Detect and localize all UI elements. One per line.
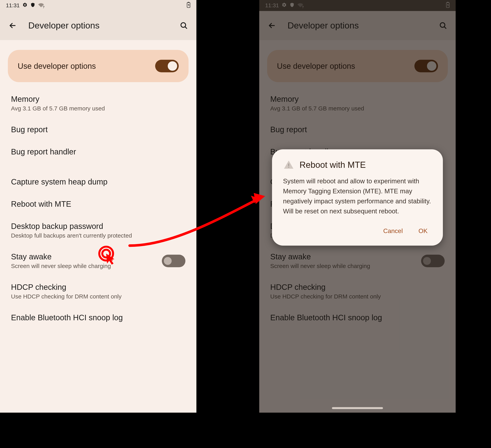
svg-marker-11	[251, 195, 260, 203]
stay-awake-switch[interactable]	[162, 255, 185, 267]
phone-screen-left: 11:31 ? Devel	[0, 0, 196, 413]
reboot-mte-dialog: Reboot with MTE System will reboot and a…	[272, 149, 443, 246]
memory-subtitle: Avg 3.1 GB of 5.7 GB memory used	[11, 105, 185, 112]
settings-gear-icon	[22, 2, 28, 9]
capture-heap-dump-item[interactable]: Capture system heap dump	[0, 171, 196, 193]
desktop-backup-password-item[interactable]: Desktop backup password Desktop full bac…	[0, 215, 196, 246]
bug-report-handler-item[interactable]: Bug report handler	[0, 141, 196, 163]
dialog-title: Reboot with MTE	[300, 160, 366, 170]
gesture-nav-handle[interactable]	[332, 407, 383, 409]
dialog-ok-button[interactable]: OK	[416, 224, 430, 238]
use-developer-options-label: Use developer options	[18, 62, 155, 71]
settings-list: Use developer options Memory Avg 3.1 GB …	[0, 40, 196, 329]
svg-rect-1	[188, 2, 189, 2]
reboot-with-mte-title: Reboot with MTE	[11, 200, 185, 209]
status-bar: 11:31 ?	[0, 0, 196, 11]
svg-rect-10	[288, 167, 289, 168]
hdcp-checking-item[interactable]: HDCP checking Use HDCP checking for DRM …	[0, 276, 196, 306]
bluetooth-hci-snoop-item[interactable]: Enable Bluetooth HCI snoop log	[0, 306, 196, 329]
desktop-backup-password-title: Desktop backup password	[11, 222, 185, 231]
stay-awake-subtitle: Screen will never sleep while charging	[11, 263, 162, 269]
bug-report-title: Bug report	[11, 125, 185, 134]
bug-report-handler-title: Bug report handler	[11, 147, 185, 156]
desktop-backup-password-subtitle: Desktop full backups aren't currently pr…	[11, 232, 185, 239]
svg-rect-9	[288, 164, 289, 166]
dialog-body: System will reboot and allow to experime…	[283, 176, 432, 216]
hdcp-checking-subtitle: Use HDCP checking for DRM content only	[11, 293, 185, 300]
memory-item[interactable]: Memory Avg 3.1 GB of 5.7 GB memory used	[0, 88, 196, 118]
phone-screen-right: 11:31 ? Devel	[259, 0, 456, 413]
back-button[interactable]	[5, 18, 20, 33]
warning-icon	[283, 159, 294, 171]
memory-title: Memory	[11, 95, 185, 104]
dialog-cancel-button[interactable]: Cancel	[381, 224, 405, 238]
search-button[interactable]	[176, 18, 192, 33]
wifi-unknown-icon: ?	[38, 2, 44, 9]
shield-icon	[30, 2, 35, 9]
stay-awake-item[interactable]: Stay awake Screen will never sleep while…	[0, 246, 196, 276]
battery-icon	[187, 2, 190, 9]
hdcp-checking-title: HDCP checking	[11, 283, 185, 292]
app-bar: Developer options	[0, 11, 196, 40]
status-time: 11:31	[6, 2, 20, 9]
bluetooth-hci-snoop-title: Enable Bluetooth HCI snoop log	[11, 313, 185, 322]
page-title: Developer options	[28, 20, 176, 31]
stay-awake-title: Stay awake	[11, 252, 162, 261]
use-developer-options-switch[interactable]	[155, 60, 179, 72]
bug-report-item[interactable]: Bug report	[0, 118, 196, 141]
use-developer-options-row[interactable]: Use developer options	[8, 50, 189, 82]
capture-heap-dump-title: Capture system heap dump	[11, 177, 185, 186]
reboot-with-mte-item[interactable]: Reboot with MTE	[0, 193, 196, 215]
